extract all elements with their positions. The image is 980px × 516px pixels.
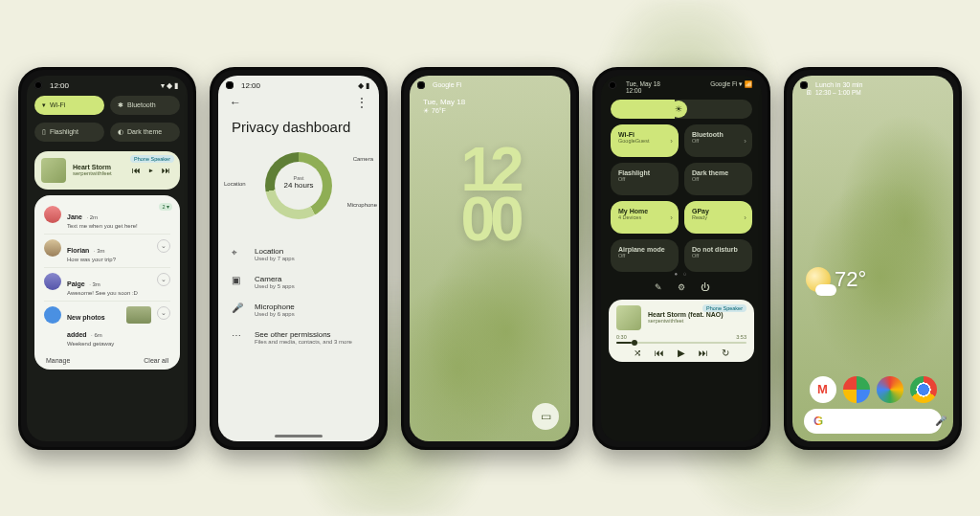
notification-item[interactable]: New photos added · 6m Weekend getaway ⌄: [40, 302, 174, 351]
tile-title: Do not disturb: [692, 246, 745, 253]
repeat-icon[interactable]: ↻: [722, 348, 729, 358]
status-bar: 12:00 ▾ ◆ ▮: [27, 76, 188, 92]
qs-wifi-label: Wi-Fi: [50, 101, 65, 108]
clear-all-button[interactable]: Clear all: [144, 357, 168, 364]
media-controls[interactable]: ⏮ ▶ ⏭: [132, 166, 173, 175]
qs-tile-flashlight[interactable]: FlashlightOff: [611, 163, 679, 195]
tile-title: Dark theme: [692, 169, 745, 176]
overflow-icon[interactable]: ⋮: [356, 96, 368, 109]
weather-icon: ☀: [423, 107, 429, 115]
avatar: [44, 206, 61, 223]
app-icon: [44, 306, 61, 324]
weather-widget[interactable]: 72°: [806, 267, 866, 292]
more-icon: ⋯: [232, 330, 245, 341]
status-time: 12:00: [241, 81, 260, 90]
album-art: [41, 158, 66, 183]
qs-wifi-toggle[interactable]: ▾ Wi-Fi: [34, 96, 104, 115]
privacy-item-microphone[interactable]: 🎤 MicrophoneUsed by 6 apps: [232, 296, 366, 324]
carrier-label: Google Fi: [433, 81, 461, 88]
app-gmail[interactable]: M: [810, 376, 836, 403]
notification-item[interactable]: Florian · 3m How was your trip? ⌄: [40, 235, 174, 267]
notif-body: Text me when you get here!: [67, 223, 138, 229]
manage-button[interactable]: Manage: [46, 357, 70, 364]
seek-bar[interactable]: [616, 342, 746, 344]
tile-sub: 4 Devices: [618, 214, 671, 220]
qs-tile-home[interactable]: ›My Home4 Devices: [611, 201, 679, 234]
front-camera: [34, 81, 42, 89]
qs-tile-wifi[interactable]: ›Wi-FiGoogleGuest: [611, 124, 679, 157]
tile-sub: GoogleGuest: [618, 138, 671, 144]
privacy-item-more[interactable]: ⋯ See other permissionsFiles and media, …: [232, 324, 366, 351]
tile-title: Wi-Fi: [618, 131, 671, 138]
qs-flashlight-toggle[interactable]: ▯ Flashlight: [34, 123, 104, 142]
front-camera: [226, 81, 234, 89]
notif-time: · 3m: [89, 281, 100, 287]
prev-icon[interactable]: ⏮: [655, 348, 664, 358]
tile-title: My Home: [618, 208, 671, 214]
qs-bluetooth-toggle[interactable]: ✱ Bluetooth: [110, 96, 180, 115]
status-icons: ▾ ◆ ▮: [161, 81, 178, 90]
qs-tile-dark-theme[interactable]: Dark themeOff: [684, 163, 752, 195]
privacy-item-location[interactable]: ⌖ LocationUsed by 7 apps: [232, 240, 366, 268]
wallet-fab[interactable]: ▭: [532, 403, 559, 430]
notif-time: · 3m: [94, 248, 105, 254]
qs-tile-bluetooth[interactable]: ›BluetoothOff: [684, 124, 752, 157]
settings-icon[interactable]: ⚙: [678, 282, 685, 292]
status-carrier: Google Fi: [710, 80, 737, 87]
play-icon[interactable]: ▶: [678, 348, 685, 358]
qs-flashlight-label: Flashlight: [50, 128, 78, 135]
privacy-item-camera[interactable]: ▣ CameraUsed by 5 apps: [232, 268, 366, 296]
at-a-glance-title[interactable]: Lunch in 30 min: [792, 76, 953, 88]
item-title: See other permissions: [255, 330, 352, 339]
notification-item[interactable]: 2 ▾ Jane · 2m Text me when you get here!: [40, 201, 174, 234]
status-bar: Google Fi: [410, 76, 570, 88]
tile-title: Bluetooth: [692, 131, 745, 138]
bluetooth-icon: ✱: [118, 101, 123, 109]
notif-time: · 2m: [86, 214, 98, 220]
shuffle-icon[interactable]: ⤨: [634, 348, 641, 358]
app-chrome[interactable]: [910, 376, 937, 403]
media-player-card[interactable]: Phone Speaker Heart Storm serpentwithfee…: [34, 151, 180, 190]
notification-panel: 2 ▾ Jane · 2m Text me when you get here!…: [34, 195, 180, 370]
media-output-badge[interactable]: Phone Speaker: [130, 155, 174, 163]
app-maps[interactable]: [843, 376, 870, 403]
power-icon[interactable]: ⏻: [701, 282, 709, 292]
qs-tile-gpay[interactable]: ›GPayReady: [684, 201, 752, 234]
donut-label-location: Location: [224, 181, 246, 187]
expand-icon[interactable]: ⌄: [157, 306, 170, 320]
expand-icon[interactable]: ⌄: [157, 239, 170, 253]
app-photos[interactable]: [877, 376, 903, 403]
item-title: Location: [255, 247, 295, 256]
item-title: Camera: [255, 275, 295, 283]
media-output-badge[interactable]: Phone Speaker: [702, 304, 746, 312]
edit-icon[interactable]: ✎: [655, 282, 662, 292]
donut-label-microphone: Microphone: [347, 202, 377, 208]
status-time: 12:00: [50, 81, 69, 90]
back-icon[interactable]: ←: [230, 96, 241, 109]
brightness-slider[interactable]: ☀: [611, 100, 752, 119]
front-camera: [800, 81, 808, 89]
notif-sender: Jane: [67, 213, 82, 220]
donut-value: 24 hours: [283, 181, 313, 190]
qs-dark-theme-toggle[interactable]: ◐ Dark theme: [110, 123, 180, 142]
voice-search-icon[interactable]: 🎤: [935, 415, 947, 426]
at-a-glance-sub: 12:30 – 1:00 PM: [815, 89, 861, 96]
search-input[interactable]: [829, 416, 929, 425]
qs-dark-label: Dark theme: [127, 128, 162, 135]
phone-2-privacy-dashboard: 12:00 ◆ ▮ ← ⋮ Privacy dashboard Past 24 …: [210, 67, 388, 450]
notification-item[interactable]: Paige · 3m Awesome! See you soon :D ⌄: [40, 268, 174, 301]
phone-4-quick-settings-expanded: Tue, May 18 12:00 Google Fi ▾ 📶 ☀ ›Wi-Fi…: [592, 67, 770, 450]
media-player-card[interactable]: Phone Speaker Heart Storm (feat. NAO) se…: [609, 300, 754, 362]
media-title: Heart Storm (feat. NAO): [648, 311, 746, 318]
gesture-bar[interactable]: [275, 435, 323, 437]
item-sub: Used by 6 apps: [255, 311, 295, 317]
qs-tile-airplane[interactable]: Airplane modeOff: [611, 239, 679, 272]
reply-count-chip[interactable]: 2 ▾: [159, 203, 172, 211]
qs-tile-dnd[interactable]: Do not disturbOff: [684, 239, 752, 272]
expand-icon[interactable]: ⌄: [157, 273, 170, 286]
google-search-bar[interactable]: G 🎤: [804, 409, 942, 434]
notif-sender: Florian: [67, 247, 89, 254]
phones-row: 12:00 ▾ ◆ ▮ ▾ Wi-Fi ✱ Bluetooth ▯ Flashl…: [0, 0, 980, 516]
phone-1-notification-shade: 12:00 ▾ ◆ ▮ ▾ Wi-Fi ✱ Bluetooth ▯ Flashl…: [18, 67, 196, 450]
next-icon[interactable]: ⏭: [699, 348, 708, 358]
